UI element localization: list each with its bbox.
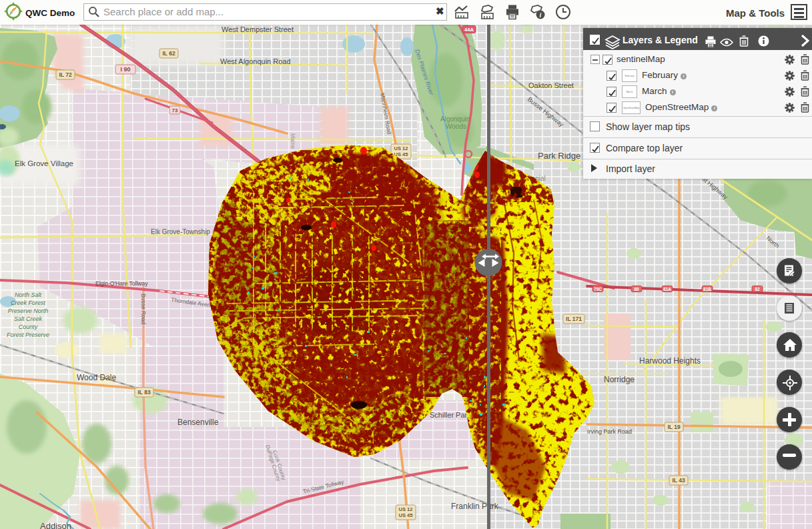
svg-text:IL 83: IL 83 xyxy=(137,389,150,396)
svg-text:Schiller Park: Schiller Park xyxy=(430,411,471,419)
svg-text:Addison: Addison xyxy=(40,521,71,529)
svg-text:81A: 81A xyxy=(663,287,671,292)
svg-text:US 12: US 12 xyxy=(399,506,413,512)
svg-text:79C: 79C xyxy=(594,287,602,292)
svg-text:Creek Forest: Creek Forest xyxy=(11,300,46,306)
svg-text:Woods: Woods xyxy=(446,123,466,130)
svg-text:US 12: US 12 xyxy=(394,145,408,151)
svg-text:81B: 81B xyxy=(703,287,711,292)
svg-text:Norridge: Norridge xyxy=(604,375,635,384)
svg-text:IL 43: IL 43 xyxy=(672,477,685,484)
svg-text:Irving Park Road: Irving Park Road xyxy=(587,428,632,435)
svg-text:Preserve North: Preserve North xyxy=(8,308,49,314)
svg-text:US 45: US 45 xyxy=(399,512,413,518)
svg-text:North Salt: North Salt xyxy=(15,292,42,298)
svg-text:West Algonquin Road: West Algonquin Road xyxy=(220,57,291,65)
svg-text:Wood Dale: Wood Dale xyxy=(77,373,116,382)
svg-text:73: 73 xyxy=(172,107,178,113)
svg-text:Algonquin: Algonquin xyxy=(440,115,470,123)
svg-text:West Dempster Street: West Dempster Street xyxy=(222,25,294,33)
svg-text:Busse Road: Busse Road xyxy=(140,294,147,325)
svg-text:IL 19: IL 19 xyxy=(667,424,680,430)
svg-text:Bensenville: Bensenville xyxy=(177,418,219,427)
svg-text:Park Ridge: Park Ridge xyxy=(538,151,580,161)
svg-text:44A: 44A xyxy=(464,27,474,33)
svg-text:Forest Preserve: Forest Preserve xyxy=(7,332,49,338)
svg-text:IL 72: IL 72 xyxy=(59,71,71,78)
svg-text:Oakton Street: Oakton Street xyxy=(528,81,574,89)
svg-text:i: i xyxy=(540,11,542,19)
svg-text:IL 62: IL 62 xyxy=(162,50,175,57)
svg-text:Salt Creek: Salt Creek xyxy=(14,316,43,322)
svg-text:I 90: I 90 xyxy=(120,66,130,73)
svg-text:County: County xyxy=(19,324,38,330)
svg-text:Franklin Park: Franklin Park xyxy=(451,502,499,511)
svg-text:Harwood Heights: Harwood Heights xyxy=(639,356,701,366)
svg-text:IL 171: IL 171 xyxy=(566,316,582,322)
svg-text:82: 82 xyxy=(755,287,760,292)
svg-text:Elk Grove-Township: Elk Grove-Township xyxy=(151,228,210,235)
svg-text:Elk Grove Village: Elk Grove Village xyxy=(15,159,73,167)
svg-text:Elgin-O'Hare Tollway: Elgin-O'Hare Tollway xyxy=(95,280,148,287)
svg-text:80: 80 xyxy=(634,287,639,292)
